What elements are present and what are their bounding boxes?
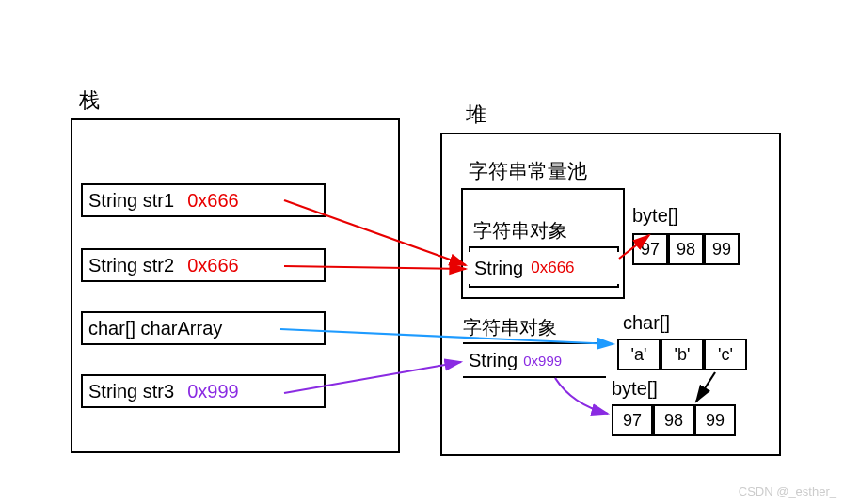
stack-row-str2: String str2 0x666 (81, 248, 326, 282)
heap-title: 堆 (466, 101, 486, 129)
string-obj2-type: String (469, 350, 518, 371)
string-obj2-addr: 0x999 (523, 353, 562, 369)
string-obj1-addr: 0x666 (531, 259, 574, 277)
bytearr2-1: 98 (653, 404, 694, 436)
chararray-label: char[] charArray (88, 318, 222, 339)
str2-addr: 0x666 (187, 255, 239, 276)
bytearr2-2: 99 (694, 404, 736, 436)
string-obj1-type: String (474, 258, 523, 279)
str1-label: String str1 (88, 190, 174, 212)
bytearr1-1: 98 (668, 233, 704, 265)
bytearr1-2: 99 (704, 233, 740, 265)
chararr-2: 'c' (704, 339, 747, 370)
diagram-root: 栈 String str1 0x666 String str2 0x666 ch… (0, 0, 844, 504)
bytearr1-0: 97 (632, 233, 668, 265)
constant-pool-title: 字符串常量池 (469, 158, 587, 184)
chararr-title: char[] (623, 312, 670, 334)
str3-label: String str3 (88, 381, 174, 402)
stack-title: 栈 (79, 87, 100, 115)
str2-label: String str2 (88, 255, 174, 276)
string-obj1-row: String 0x666 (469, 252, 619, 284)
stack-row-str3: String str3 0x999 (81, 374, 326, 408)
str1-addr: 0x666 (187, 190, 239, 212)
string-obj1-title: 字符串对象 (473, 218, 567, 244)
str3-addr: 0x999 (187, 381, 239, 402)
watermark: CSDN @_esther_ (739, 484, 836, 498)
chararr-0: 'a' (617, 339, 661, 370)
bytearr2-title: byte[] (612, 378, 658, 400)
string-obj2-title: 字符串对象 (463, 315, 557, 340)
chararr-1: 'b' (661, 339, 704, 370)
bytearr1-title: byte[] (632, 205, 678, 227)
stack-row-chararray: char[] charArray (81, 311, 326, 345)
string-obj2-row: String 0x999 (463, 344, 606, 376)
bytearr2-0: 97 (612, 404, 653, 436)
stack-row-str1: String str1 0x666 (81, 183, 326, 217)
